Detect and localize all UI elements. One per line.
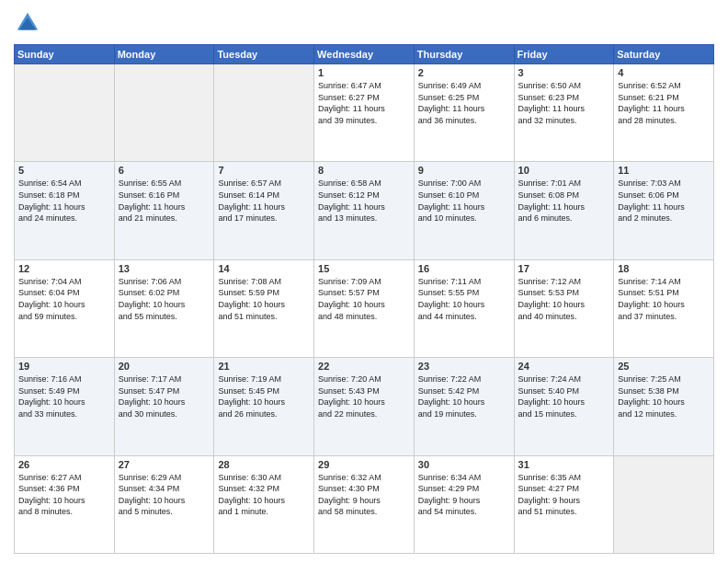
day-number: 1 — [318, 67, 410, 78]
day-number: 21 — [218, 361, 310, 372]
day-info: Sunrise: 6:35 AM Sunset: 4:27 PM Dayligh… — [518, 472, 610, 518]
day-number: 8 — [318, 165, 410, 176]
page: SundayMondayTuesdayWednesdayThursdayFrid… — [0, 0, 728, 563]
day-number: 12 — [18, 263, 110, 274]
day-info: Sunrise: 7:14 AM Sunset: 5:51 PM Dayligh… — [618, 276, 710, 322]
calendar-cell: 6Sunrise: 6:55 AM Sunset: 6:16 PM Daylig… — [114, 162, 214, 259]
logo — [14, 9, 45, 37]
calendar-cell: 3Sunrise: 6:50 AM Sunset: 6:23 PM Daylig… — [514, 64, 614, 162]
calendar-cell: 26Sunrise: 6:27 AM Sunset: 4:36 PM Dayli… — [15, 455, 115, 553]
calendar-cell — [15, 64, 115, 162]
header — [14, 9, 714, 37]
day-info: Sunrise: 7:20 AM Sunset: 5:43 PM Dayligh… — [318, 373, 410, 419]
calendar-cell: 21Sunrise: 7:19 AM Sunset: 5:45 PM Dayli… — [214, 358, 314, 455]
calendar-header: SundayMondayTuesdayWednesdayThursdayFrid… — [15, 45, 714, 64]
day-number: 31 — [518, 459, 610, 470]
day-info: Sunrise: 6:29 AM Sunset: 4:34 PM Dayligh… — [119, 472, 210, 518]
calendar-cell: 28Sunrise: 6:30 AM Sunset: 4:32 PM Dayli… — [214, 455, 314, 553]
day-info: Sunrise: 7:09 AM Sunset: 5:57 PM Dayligh… — [318, 276, 410, 322]
day-number: 29 — [318, 459, 410, 470]
calendar-cell — [214, 64, 314, 162]
calendar-week-row: 19Sunrise: 7:16 AM Sunset: 5:49 PM Dayli… — [15, 358, 714, 455]
day-info: Sunrise: 7:22 AM Sunset: 5:42 PM Dayligh… — [418, 373, 510, 419]
calendar-cell: 20Sunrise: 7:17 AM Sunset: 5:47 PM Dayli… — [114, 358, 214, 455]
day-number: 24 — [518, 361, 610, 372]
day-info: Sunrise: 7:04 AM Sunset: 6:04 PM Dayligh… — [18, 276, 110, 322]
day-number: 15 — [318, 263, 410, 274]
weekday-row: SundayMondayTuesdayWednesdayThursdayFrid… — [15, 45, 714, 64]
day-info: Sunrise: 7:16 AM Sunset: 5:49 PM Dayligh… — [18, 373, 110, 419]
weekday-header: Thursday — [414, 45, 514, 64]
calendar-cell — [614, 455, 714, 553]
day-number: 5 — [18, 165, 110, 176]
weekday-header: Saturday — [614, 45, 714, 64]
calendar-week-row: 12Sunrise: 7:04 AM Sunset: 6:04 PM Dayli… — [15, 259, 714, 357]
day-info: Sunrise: 7:00 AM Sunset: 6:10 PM Dayligh… — [418, 178, 510, 224]
day-info: Sunrise: 6:32 AM Sunset: 4:30 PM Dayligh… — [318, 472, 410, 518]
calendar-cell: 8Sunrise: 6:58 AM Sunset: 6:12 PM Daylig… — [314, 162, 415, 259]
day-number: 13 — [119, 263, 210, 274]
calendar-cell: 9Sunrise: 7:00 AM Sunset: 6:10 PM Daylig… — [414, 162, 514, 259]
day-number: 16 — [418, 263, 510, 274]
calendar-cell: 18Sunrise: 7:14 AM Sunset: 5:51 PM Dayli… — [614, 259, 714, 357]
day-info: Sunrise: 7:24 AM Sunset: 5:40 PM Dayligh… — [518, 373, 610, 419]
day-info: Sunrise: 6:30 AM Sunset: 4:32 PM Dayligh… — [218, 472, 310, 518]
calendar-cell: 11Sunrise: 7:03 AM Sunset: 6:06 PM Dayli… — [614, 162, 714, 259]
day-number: 7 — [218, 165, 310, 176]
weekday-header: Monday — [114, 45, 214, 64]
calendar-cell: 25Sunrise: 7:25 AM Sunset: 5:38 PM Dayli… — [614, 358, 714, 455]
day-number: 14 — [218, 263, 310, 274]
day-info: Sunrise: 7:25 AM Sunset: 5:38 PM Dayligh… — [618, 373, 710, 419]
day-info: Sunrise: 7:03 AM Sunset: 6:06 PM Dayligh… — [618, 178, 710, 224]
day-info: Sunrise: 6:58 AM Sunset: 6:12 PM Dayligh… — [318, 178, 410, 224]
calendar-cell: 24Sunrise: 7:24 AM Sunset: 5:40 PM Dayli… — [514, 358, 614, 455]
day-number: 4 — [618, 67, 710, 78]
day-number: 18 — [618, 263, 710, 274]
calendar-body: 1Sunrise: 6:47 AM Sunset: 6:27 PM Daylig… — [15, 64, 714, 554]
calendar-cell: 27Sunrise: 6:29 AM Sunset: 4:34 PM Dayli… — [114, 455, 214, 553]
day-number: 6 — [119, 165, 210, 176]
calendar-week-row: 5Sunrise: 6:54 AM Sunset: 6:18 PM Daylig… — [15, 162, 714, 259]
day-info: Sunrise: 6:55 AM Sunset: 6:16 PM Dayligh… — [119, 178, 210, 224]
calendar-cell: 4Sunrise: 6:52 AM Sunset: 6:21 PM Daylig… — [614, 64, 714, 162]
day-number: 10 — [518, 165, 610, 176]
calendar-cell: 14Sunrise: 7:08 AM Sunset: 5:59 PM Dayli… — [214, 259, 314, 357]
day-info: Sunrise: 6:52 AM Sunset: 6:21 PM Dayligh… — [618, 80, 710, 126]
day-info: Sunrise: 6:50 AM Sunset: 6:23 PM Dayligh… — [518, 80, 610, 126]
calendar-week-row: 26Sunrise: 6:27 AM Sunset: 4:36 PM Dayli… — [15, 455, 714, 553]
day-info: Sunrise: 7:11 AM Sunset: 5:55 PM Dayligh… — [418, 276, 510, 322]
calendar-cell: 5Sunrise: 6:54 AM Sunset: 6:18 PM Daylig… — [15, 162, 115, 259]
calendar-cell: 29Sunrise: 6:32 AM Sunset: 4:30 PM Dayli… — [314, 455, 415, 553]
day-info: Sunrise: 6:49 AM Sunset: 6:25 PM Dayligh… — [418, 80, 510, 126]
day-info: Sunrise: 6:27 AM Sunset: 4:36 PM Dayligh… — [18, 472, 110, 518]
calendar-cell: 31Sunrise: 6:35 AM Sunset: 4:27 PM Dayli… — [514, 455, 614, 553]
day-number: 9 — [418, 165, 510, 176]
calendar-cell: 15Sunrise: 7:09 AM Sunset: 5:57 PM Dayli… — [314, 259, 415, 357]
day-info: Sunrise: 7:08 AM Sunset: 5:59 PM Dayligh… — [218, 276, 310, 322]
calendar-cell: 19Sunrise: 7:16 AM Sunset: 5:49 PM Dayli… — [15, 358, 115, 455]
calendar-cell: 17Sunrise: 7:12 AM Sunset: 5:53 PM Dayli… — [514, 259, 614, 357]
calendar-cell: 10Sunrise: 7:01 AM Sunset: 6:08 PM Dayli… — [514, 162, 614, 259]
day-info: Sunrise: 6:47 AM Sunset: 6:27 PM Dayligh… — [318, 80, 410, 126]
calendar-cell: 2Sunrise: 6:49 AM Sunset: 6:25 PM Daylig… — [414, 64, 514, 162]
day-number: 28 — [218, 459, 310, 470]
day-info: Sunrise: 6:54 AM Sunset: 6:18 PM Dayligh… — [18, 178, 110, 224]
day-number: 11 — [618, 165, 710, 176]
weekday-header: Sunday — [15, 45, 115, 64]
day-info: Sunrise: 6:57 AM Sunset: 6:14 PM Dayligh… — [218, 178, 310, 224]
calendar-cell: 13Sunrise: 7:06 AM Sunset: 6:02 PM Dayli… — [114, 259, 214, 357]
day-number: 30 — [418, 459, 510, 470]
day-info: Sunrise: 7:17 AM Sunset: 5:47 PM Dayligh… — [119, 373, 210, 419]
day-number: 26 — [18, 459, 110, 470]
day-number: 27 — [119, 459, 210, 470]
weekday-header: Wednesday — [314, 45, 415, 64]
weekday-header: Friday — [514, 45, 614, 64]
calendar-cell — [114, 64, 214, 162]
calendar-cell: 30Sunrise: 6:34 AM Sunset: 4:29 PM Dayli… — [414, 455, 514, 553]
day-info: Sunrise: 7:19 AM Sunset: 5:45 PM Dayligh… — [218, 373, 310, 419]
calendar-week-row: 1Sunrise: 6:47 AM Sunset: 6:27 PM Daylig… — [15, 64, 714, 162]
day-number: 17 — [518, 263, 610, 274]
weekday-header: Tuesday — [214, 45, 314, 64]
day-number: 19 — [18, 361, 110, 372]
calendar-cell: 7Sunrise: 6:57 AM Sunset: 6:14 PM Daylig… — [214, 162, 314, 259]
